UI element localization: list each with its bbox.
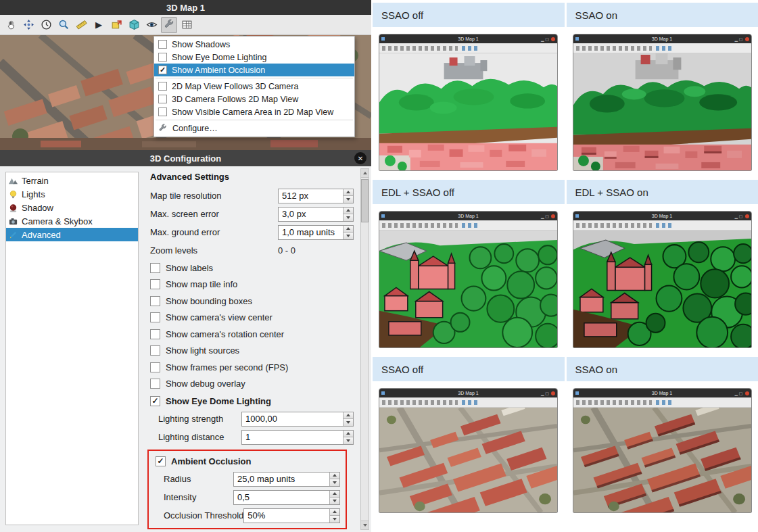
close-icon[interactable]: ✕: [354, 152, 366, 164]
advanced-pencil-icon: [8, 230, 18, 240]
3d-scene-cube-icon[interactable]: [126, 17, 142, 33]
screenshot-root: 3D Map 1 ▶: [0, 0, 758, 532]
checkbox-checked[interactable]: ✓: [150, 396, 160, 406]
save-export-icon[interactable]: [108, 17, 124, 33]
spin-up-icon[interactable]: [344, 226, 353, 233]
checkbox-unchecked[interactable]: [150, 329, 160, 339]
spin-down-icon[interactable]: [344, 196, 353, 203]
checkbox-unchecked[interactable]: [150, 263, 160, 273]
identify-icon[interactable]: [55, 17, 72, 33]
checkbox-unchecked[interactable]: [150, 379, 160, 389]
checkbox-unchecked[interactable]: [150, 279, 160, 289]
sidebar-item-advanced[interactable]: Advanced: [6, 228, 138, 241]
checkbox-show-labels[interactable]: Show labels: [150, 260, 354, 276]
checkbox-show-bounding-boxes[interactable]: Show bounding boxes: [150, 293, 354, 310]
spin-down-icon[interactable]: [344, 437, 353, 444]
checkbox-unchecked[interactable]: [158, 82, 167, 91]
menu-separator: [156, 120, 353, 120]
comparison-section-1: SSAO off SSAO on 3D Map 1▁ ▢: [373, 3, 758, 171]
checkbox-show-light-sources[interactable]: Show light sources: [150, 343, 354, 360]
ao-intensity-spinbox[interactable]: 0,5: [233, 490, 340, 505]
eye-visibility-icon[interactable]: [143, 17, 160, 33]
ao-radius-spinbox[interactable]: 25,0 map units: [233, 472, 340, 487]
menu-item-2d-follows-3d[interactable]: 2D Map View Follows 3D Camera: [154, 80, 354, 93]
play-animation-icon[interactable]: ▶: [91, 17, 107, 33]
checkbox-unchecked[interactable]: [150, 362, 160, 372]
spin-down-icon[interactable]: [344, 214, 353, 221]
checkbox-checked[interactable]: ✓: [158, 66, 167, 74]
spin-down-icon[interactable]: [330, 479, 339, 486]
checkbox-unchecked[interactable]: [158, 53, 167, 62]
spin-down-icon[interactable]: [330, 516, 339, 523]
max-screen-error-spinbox[interactable]: 3,0 px: [278, 207, 354, 222]
mini-3d-map-window: 3D Map 1▁ ▢: [573, 388, 752, 513]
spin-up-icon[interactable]: [344, 208, 353, 215]
lighting-distance-spinbox[interactable]: 1: [241, 430, 354, 445]
mini-toolbar: [573, 43, 751, 53]
spin-down-icon[interactable]: [330, 498, 339, 504]
mini-app-icon: [381, 391, 385, 395]
scroll-up-icon[interactable]: [361, 169, 369, 178]
config-dialog: 3D Configuration ✕ Terrain Lights Shadow: [0, 150, 371, 532]
map-window-title: 3D Map 1: [166, 3, 205, 13]
checkbox-show-fps[interactable]: Show frames per second (FPS): [150, 359, 354, 376]
spin-down-icon[interactable]: [344, 233, 353, 239]
checkbox-unchecked[interactable]: [158, 107, 167, 116]
menu-item-3d-follows-2d[interactable]: 3D Camera Follows 2D Map View: [154, 93, 354, 105]
checkbox-show-camera-view-center[interactable]: Show camera's view center: [150, 310, 354, 327]
checkbox-unchecked[interactable]: [150, 296, 160, 306]
sidebar-item-shadow[interactable]: Shadow: [6, 201, 138, 214]
checkbox-unchecked[interactable]: [150, 345, 160, 356]
checkbox-show-camera-rotation-center[interactable]: Show camera's rotation center: [150, 326, 354, 343]
view-options-menu: Show Shadows Show Eye Dome Lighting ✓ Sh…: [153, 36, 355, 137]
menu-item-show-visible-camera-area[interactable]: Show Visible Camera Area in 2D Map View: [154, 105, 354, 118]
ao-occlusion-threshold-spinbox[interactable]: 50%: [243, 508, 340, 523]
spin-up-icon[interactable]: [330, 473, 339, 480]
pan-hand-icon[interactable]: [3, 17, 19, 33]
spin-up-icon[interactable]: [344, 431, 353, 438]
mini-toolbar: [573, 397, 751, 408]
effects-wrench-icon[interactable]: [161, 17, 177, 33]
menu-item-show-ambient-occlusion[interactable]: ✓ Show Ambient Occlusion: [154, 64, 354, 76]
comparison-section-2: EDL + SSAO off EDL + SSAO on 3D Map 1▁ ▢: [373, 180, 758, 348]
animation-clock-icon[interactable]: [38, 17, 54, 33]
camera-control-icon[interactable]: [20, 17, 37, 33]
sidebar-item-lights[interactable]: Lights: [6, 187, 138, 201]
show-frames-grid-icon[interactable]: [179, 17, 195, 33]
checkbox-unchecked[interactable]: [150, 312, 160, 322]
map-tile-resolution-spinbox[interactable]: 512 px: [278, 189, 354, 203]
mini-3d-map-window: 3D Map 1▁ ▢: [379, 388, 558, 513]
comparison-section-3: SSAO off SSAO on 3D Map 1▁ ▢: [373, 357, 758, 513]
menu-item-show-eye-dome-lighting[interactable]: Show Eye Dome Lighting: [154, 51, 354, 64]
spin-up-icon[interactable]: [330, 491, 339, 498]
mini-close-icon: [745, 214, 749, 218]
sidebar-item-camera-skybox[interactable]: Camera & Skybox: [6, 214, 138, 228]
checkbox-show-eye-dome-lighting[interactable]: ✓ Show Eye Dome Lighting: [150, 392, 354, 410]
dialog-title: 3D Configuration: [150, 153, 221, 164]
dialog-scrollbar[interactable]: [360, 168, 369, 530]
spin-up-icon[interactable]: [330, 509, 339, 516]
menu-item-configure[interactable]: Configure…: [154, 122, 354, 135]
advanced-settings-panel: Advanced Settings Map tile resolution 51…: [143, 166, 356, 532]
render-ssao-on-1: [573, 53, 751, 170]
scrollbar-thumb[interactable]: [361, 179, 369, 222]
menu-item-show-shadows[interactable]: Show Shadows: [154, 38, 354, 51]
mini-3d-map-window: 3D Map 1▁ ▢: [573, 211, 752, 348]
sidebar-item-terrain[interactable]: Terrain: [6, 174, 138, 187]
checkbox-ambient-occlusion[interactable]: ✓ Ambient Occlusion: [156, 452, 341, 470]
spin-up-icon[interactable]: [344, 189, 353, 197]
checkbox-checked[interactable]: ✓: [156, 456, 166, 466]
checkbox-unchecked[interactable]: [158, 95, 167, 103]
lighting-strength-spinbox[interactable]: 1000,00: [241, 412, 354, 427]
checkbox-show-map-tile-info[interactable]: Show map tile info: [150, 276, 354, 293]
measure-icon[interactable]: [73, 17, 89, 33]
scroll-down-icon[interactable]: [361, 521, 369, 529]
spin-up-icon[interactable]: [344, 412, 353, 420]
spin-down-icon[interactable]: [344, 419, 353, 426]
max-ground-error-spinbox[interactable]: 1,0 map units: [278, 225, 354, 240]
render-edl-ssao-on: [573, 231, 751, 347]
mini-3d-map-window: 3D Map 1▁ ▢: [379, 34, 558, 171]
dialog-titlebar: 3D Configuration ✕: [0, 150, 371, 166]
checkbox-unchecked[interactable]: [158, 40, 167, 49]
checkbox-show-debug-overlay[interactable]: Show debug overlay: [150, 376, 354, 393]
